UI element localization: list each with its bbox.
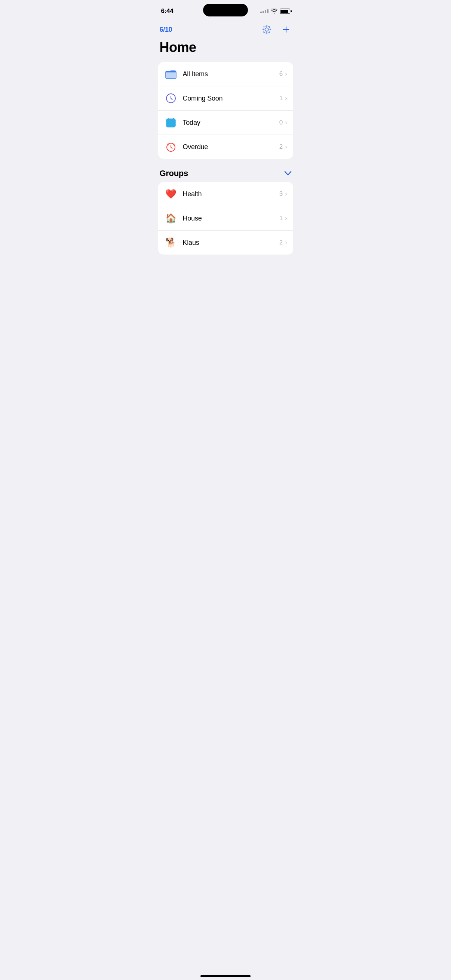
health-icon: ❤️ [164,187,178,201]
signal-icon [260,10,268,13]
health-label: Health [183,190,279,198]
health-chevron: › [285,191,287,197]
overdue-row[interactable]: Overdue 2 › [158,135,293,159]
house-label: House [183,215,279,223]
gear-icon [262,25,271,34]
add-button[interactable] [280,24,292,35]
svg-point-16 [170,125,171,126]
svg-point-14 [172,123,173,124]
groups-section-title: Groups [160,169,188,178]
klaus-count: 2 [279,239,283,246]
klaus-chevron: › [285,239,287,246]
coming-soon-count: 1 [279,95,283,102]
svg-point-17 [172,125,173,126]
all-items-chevron: › [285,71,287,77]
all-items-label: All Items [183,70,279,78]
today-count: 0 [279,119,283,126]
groups-card: ❤️ Health 3 › 🏠 House 1 › 🐕 Klaus 2 › [158,182,293,255]
today-chevron: › [285,119,287,126]
all-items-count: 6 [279,70,283,78]
health-count: 3 [279,190,283,198]
today-label: Today [183,119,279,127]
clock-icon [164,92,178,105]
nav-score: 6/10 [160,26,172,33]
wifi-icon [271,9,277,14]
svg-point-13 [170,123,171,124]
nav-actions [260,23,292,36]
svg-point-12 [168,123,169,124]
coming-soon-row[interactable]: Coming Soon 1 › [158,86,293,111]
house-chevron: › [285,215,287,222]
dynamic-island [203,4,248,16]
settings-button[interactable] [260,23,273,36]
svg-point-15 [168,125,169,126]
folder-icon [164,67,178,81]
overdue-label: Overdue [183,143,279,151]
health-row[interactable]: ❤️ Health 3 › [158,182,293,206]
all-items-row[interactable]: All Items 6 › [158,62,293,86]
groups-section-header[interactable]: Groups [152,166,299,182]
klaus-icon: 🐕 [164,236,178,249]
house-row[interactable]: 🏠 House 1 › [158,206,293,231]
page-title: Home [152,37,299,62]
status-time: 6:44 [161,8,174,15]
svg-rect-2 [166,72,176,78]
alarm-icon [164,140,178,154]
status-icons [260,9,290,14]
top-nav: 6/10 [152,20,299,37]
today-row[interactable]: Today 0 › [158,111,293,135]
calendar-icon [164,116,178,129]
coming-soon-chevron: › [285,95,287,102]
coming-soon-label: Coming Soon [183,95,279,102]
klaus-label: Klaus [183,239,279,247]
chevron-down-icon [284,171,292,176]
overdue-count: 2 [279,143,283,151]
status-bar: 6:44 [152,0,299,20]
house-count: 1 [279,215,283,222]
klaus-row[interactable]: 🐕 Klaus 2 › [158,231,293,255]
overdue-chevron: › [285,143,287,150]
battery-icon [280,9,290,14]
plus-icon [282,25,290,33]
house-icon: 🏠 [164,212,178,225]
quick-filters-card: All Items 6 › Coming Soon 1 › [158,62,293,159]
